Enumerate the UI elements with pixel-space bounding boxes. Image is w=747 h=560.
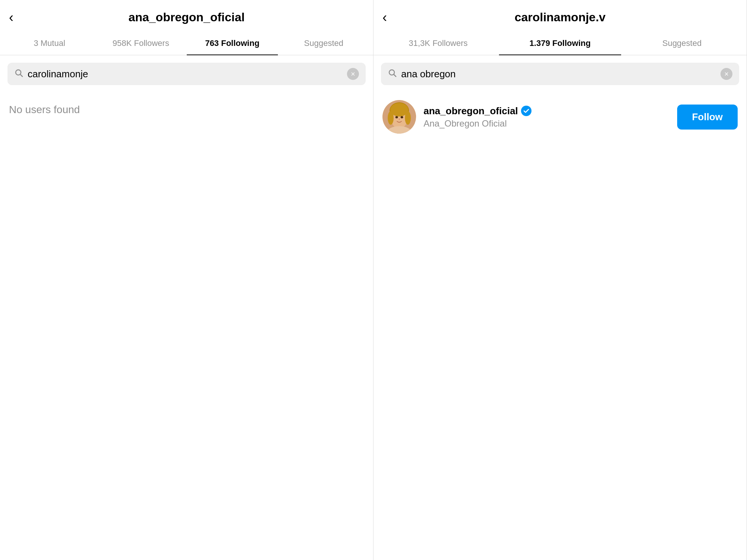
tab-followers-left[interactable]: 958K Followers — [95, 32, 187, 55]
left-panel-title: ana_obregon_oficial — [128, 10, 245, 24]
svg-point-14 — [521, 106, 531, 116]
svg-point-10 — [405, 111, 411, 125]
tab-following-left[interactable]: 763 Following — [187, 32, 278, 55]
left-panel: ‹ ana_obregon_oficial 3 Mutual 958K Foll… — [0, 0, 374, 560]
avatar — [382, 100, 416, 134]
username-row: ana_obregon_oficial — [424, 105, 670, 117]
tab-following-right[interactable]: 1.379 Following — [499, 32, 621, 55]
follow-button[interactable]: Follow — [677, 105, 738, 130]
left-search-icon — [14, 68, 23, 80]
left-clear-button[interactable]: × — [347, 68, 359, 80]
no-users-label: No users found — [0, 93, 373, 127]
verified-icon — [521, 106, 531, 116]
right-search-icon — [388, 68, 397, 80]
tab-suggested-left[interactable]: Suggested — [278, 32, 369, 55]
left-tabs: 3 Mutual 958K Followers 763 Following Su… — [0, 32, 373, 55]
svg-point-12 — [401, 116, 403, 118]
user-info: ana_obregon_oficial Ana_Obregon Oficial — [424, 105, 670, 129]
left-search-container: × — [0, 55, 373, 93]
svg-line-3 — [394, 75, 396, 77]
left-header: ‹ ana_obregon_oficial — [0, 0, 373, 32]
right-clear-button[interactable]: × — [720, 68, 732, 80]
right-panel: ‹ carolinamonje.v 31,3K Followers 1.379 … — [374, 0, 747, 560]
tab-suggested-right[interactable]: Suggested — [621, 32, 743, 55]
right-tabs: 31,3K Followers 1.379 Following Suggeste… — [374, 32, 747, 55]
right-search-container: × — [374, 55, 747, 93]
svg-point-9 — [388, 111, 394, 125]
left-search-input[interactable] — [28, 68, 342, 80]
tab-mutual[interactable]: 3 Mutual — [4, 32, 95, 55]
tab-followers-right[interactable]: 31,3K Followers — [377, 32, 499, 55]
left-search-box: × — [7, 63, 366, 85]
right-back-button[interactable]: ‹ — [382, 11, 387, 24]
right-header: ‹ carolinamonje.v — [374, 0, 747, 32]
right-search-box: × — [381, 63, 739, 85]
svg-point-11 — [396, 116, 398, 118]
left-back-button[interactable]: ‹ — [9, 11, 13, 24]
user-result-row: ana_obregon_oficial Ana_Obregon Oficial … — [374, 93, 747, 141]
svg-line-1 — [21, 75, 23, 77]
result-display-name: Ana_Obregon Oficial — [424, 118, 670, 129]
right-panel-title: carolinamonje.v — [515, 10, 606, 24]
right-search-input[interactable] — [401, 68, 716, 80]
result-username: ana_obregon_oficial — [424, 105, 518, 117]
